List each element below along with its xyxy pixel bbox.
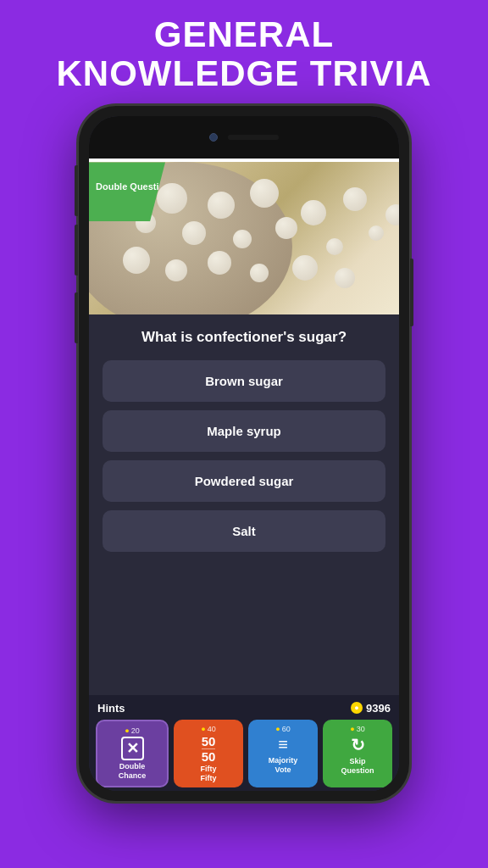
coins-display: ● 9396 [351,702,391,715]
majority-cost: ● 60 [275,725,290,733]
answer-b[interactable]: Maple syrup [103,410,385,452]
double-label: DoubleChance [119,762,147,781]
majority-label: MajorityVote [269,756,298,775]
coin-icon: ● [351,702,363,714]
fifty-cost: ● 40 [201,725,215,733]
hints-row: Hints ● 9396 [96,702,392,715]
answer-options: Brown sugar Maple syrup Powdered sugar S… [103,360,385,687]
hints-label: Hints [97,702,125,715]
powerup-majority-vote[interactable]: ● 60 ≡ MajorityVote [248,720,318,788]
question-image-container: Double Question [89,162,399,314]
phone-frame: Double Question What is confectioner's s… [79,106,409,801]
fifty-label: FiftyFifty [201,765,217,783]
skip-label: SkipQuestion [341,757,374,776]
double-icon: ✕ [121,737,144,760]
page-title: GENERAL KNOWLEDGE TRIVIA [40,0,449,102]
speaker [228,135,279,140]
powerup-fifty-fifty[interactable]: ● 40 50 50 FiftyFifty [174,720,243,788]
phone-notch [89,116,399,159]
bottom-bar: Hints ● 9396 ● 20 ✕ DoubleChance [89,695,399,792]
question-text: What is confectioner's sugar? [103,328,385,347]
powerup-double-chance[interactable]: ● 20 ✕ DoubleChance [96,720,169,788]
answer-a[interactable]: Brown sugar [103,360,385,402]
skip-cost: ● 30 [350,725,364,733]
content-area: What is confectioner's sugar? Brown suga… [89,314,399,694]
fifty-icon: 50 50 [202,735,216,763]
skip-icon: ↻ [351,735,365,755]
powerup-skip-question[interactable]: ● 30 ↻ SkipQuestion [323,720,392,788]
power-ups-row: ● 20 ✕ DoubleChance ● 40 50 50 [96,720,392,788]
phone-screen: Double Question What is confectioner's s… [89,116,399,791]
answer-c[interactable]: Powdered sugar [103,460,385,502]
majority-icon: ≡ [278,735,288,754]
camera-icon [209,133,218,142]
answer-d[interactable]: Salt [103,510,385,552]
double-cost: ● 20 [125,726,139,735]
coins-amount: 9396 [366,702,391,715]
